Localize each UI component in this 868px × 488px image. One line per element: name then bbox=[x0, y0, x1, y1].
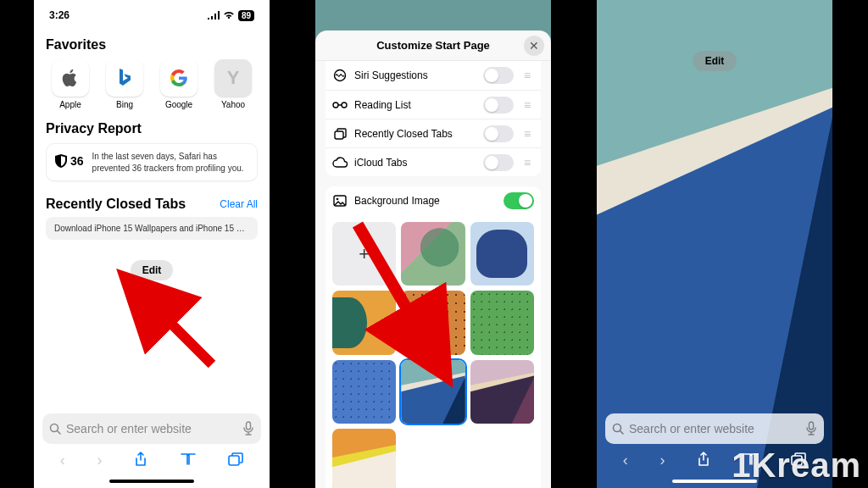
phone-screenshot-2: 3:27 88 Customize Start Page ✕ Siri Sugg… bbox=[315, 0, 551, 488]
back-button[interactable]: ‹ bbox=[60, 452, 65, 468]
phone-screenshot-3: 3:27 88 Edit Search or enter website ‹ › bbox=[597, 0, 832, 488]
search-bar[interactable]: Search or enter website bbox=[605, 413, 824, 444]
edit-button[interactable]: Edit bbox=[693, 51, 737, 71]
toggle[interactable] bbox=[483, 154, 514, 171]
privacy-blurb: In the last seven days, Safari has preve… bbox=[92, 151, 248, 174]
background-thumb[interactable] bbox=[401, 291, 465, 354]
yahoo-icon: Y bbox=[214, 59, 252, 97]
customize-sheet: Customize Start Page ✕ Siri Suggestions … bbox=[315, 30, 551, 488]
drag-handle-icon[interactable]: ≡ bbox=[520, 156, 534, 169]
forward-button[interactable]: › bbox=[659, 452, 665, 468]
background-thumb-selected[interactable] bbox=[401, 360, 465, 424]
background-thumb[interactable] bbox=[470, 291, 534, 354]
apple-icon bbox=[62, 69, 79, 87]
background-add-button[interactable]: + bbox=[332, 222, 396, 286]
favorite-label: Apple bbox=[59, 100, 81, 109]
toggle[interactable] bbox=[483, 125, 514, 142]
close-button[interactable]: ✕ bbox=[524, 36, 544, 56]
forward-button[interactable]: › bbox=[97, 452, 102, 468]
privacy-card[interactable]: 36 In the last seven days, Safari has pr… bbox=[46, 143, 258, 181]
background-thumb[interactable] bbox=[332, 291, 396, 354]
favorite-label: Yahoo bbox=[221, 100, 245, 109]
edit-float-wrap: Edit bbox=[693, 51, 737, 71]
favorite-google[interactable]: Google bbox=[154, 59, 203, 109]
options-list: Siri Suggestions ≡ Reading List ≡ Recent… bbox=[326, 61, 541, 176]
favorites-row: Apple Bing Google Y Yahoo bbox=[46, 59, 258, 109]
favorite-yahoo[interactable]: Y Yahoo bbox=[209, 59, 258, 109]
home-indicator[interactable] bbox=[109, 480, 194, 483]
favorites-heading: Favorites bbox=[46, 37, 258, 53]
mic-icon[interactable] bbox=[805, 421, 817, 436]
favorite-label: Google bbox=[165, 100, 192, 109]
option-row-background[interactable]: Background Image bbox=[326, 186, 541, 215]
sheet-title: Customize Start Page bbox=[376, 39, 490, 52]
phone-screenshot-1: 3:26 89 Favorites Apple Bing Google Y bbox=[34, 0, 270, 488]
bookmarks-button[interactable] bbox=[743, 452, 760, 469]
background-thumb[interactable] bbox=[332, 360, 396, 424]
search-placeholder: Search or enter website bbox=[66, 422, 237, 435]
browser-toolbar: ‹ › bbox=[42, 444, 261, 476]
clear-all-link[interactable]: Clear All bbox=[220, 198, 258, 210]
recently-closed-item[interactable]: Download iPhone 15 Wallpapers and iPhone… bbox=[46, 217, 258, 240]
status-bar: 3:26 89 bbox=[34, 0, 270, 25]
status-time: 3:26 bbox=[49, 9, 70, 21]
edit-button[interactable]: Edit bbox=[131, 260, 174, 280]
drag-handle-icon[interactable]: ≡ bbox=[520, 127, 534, 141]
background-thumb[interactable] bbox=[470, 222, 534, 286]
image-icon bbox=[332, 195, 348, 207]
toggle[interactable] bbox=[483, 67, 514, 84]
background-section: Background Image + bbox=[326, 186, 541, 488]
toggle[interactable] bbox=[504, 192, 534, 209]
bing-icon bbox=[117, 69, 132, 87]
background-thumb[interactable] bbox=[470, 360, 534, 424]
background-grid: + bbox=[332, 222, 534, 488]
stack-icon bbox=[332, 127, 348, 141]
mic-icon[interactable] bbox=[242, 421, 254, 436]
option-label: Siri Suggestions bbox=[354, 69, 476, 81]
glasses-icon bbox=[332, 101, 348, 109]
share-button[interactable] bbox=[134, 452, 147, 469]
drag-handle-icon[interactable]: ≡ bbox=[520, 98, 534, 112]
option-row-reading[interactable]: Reading List ≡ bbox=[326, 90, 541, 119]
svg-rect-14 bbox=[810, 422, 814, 430]
background-thumb[interactable] bbox=[332, 429, 396, 488]
privacy-heading: Privacy Report bbox=[46, 121, 258, 136]
option-row-icloud[interactable]: iCloud Tabs ≡ bbox=[326, 147, 541, 176]
wifi-icon bbox=[223, 11, 235, 19]
siri-icon bbox=[332, 69, 348, 82]
svg-line-13 bbox=[620, 431, 624, 435]
cloud-icon bbox=[332, 158, 348, 168]
home-indicator[interactable] bbox=[672, 480, 757, 483]
instruction-arrow-icon bbox=[144, 297, 229, 381]
option-label: Background Image bbox=[354, 195, 497, 207]
favorite-label: Bing bbox=[116, 100, 133, 109]
option-row-siri[interactable]: Siri Suggestions ≡ bbox=[326, 61, 541, 90]
svg-point-7 bbox=[342, 103, 347, 108]
share-button[interactable] bbox=[697, 452, 710, 469]
signal-icon bbox=[208, 11, 220, 19]
search-icon bbox=[49, 423, 61, 435]
browser-toolbar: ‹ › bbox=[605, 444, 824, 476]
google-icon bbox=[170, 69, 187, 86]
svg-point-10 bbox=[337, 198, 339, 201]
drag-handle-icon[interactable]: ≡ bbox=[520, 69, 534, 82]
toggle[interactable] bbox=[483, 97, 514, 114]
search-placeholder: Search or enter website bbox=[629, 422, 800, 435]
search-bar[interactable]: Search or enter website bbox=[42, 413, 261, 444]
svg-rect-15 bbox=[792, 456, 802, 465]
tabs-button[interactable] bbox=[228, 452, 243, 469]
favorite-bing[interactable]: Bing bbox=[100, 59, 149, 109]
svg-rect-8 bbox=[335, 131, 343, 139]
option-label: Reading List bbox=[354, 99, 476, 111]
option-row-recently-closed[interactable]: Recently Closed Tabs ≡ bbox=[326, 119, 541, 147]
bookmarks-button[interactable] bbox=[180, 452, 197, 469]
favorite-apple[interactable]: Apple bbox=[46, 59, 95, 109]
search-icon bbox=[612, 423, 624, 435]
svg-point-6 bbox=[333, 103, 338, 108]
background-thumb[interactable] bbox=[401, 222, 465, 286]
back-button[interactable]: ‹ bbox=[623, 452, 628, 468]
svg-line-4 bbox=[159, 312, 212, 364]
battery-percent: 89 bbox=[238, 10, 254, 21]
tabs-button[interactable] bbox=[791, 452, 806, 469]
option-label: iCloud Tabs bbox=[354, 157, 476, 169]
